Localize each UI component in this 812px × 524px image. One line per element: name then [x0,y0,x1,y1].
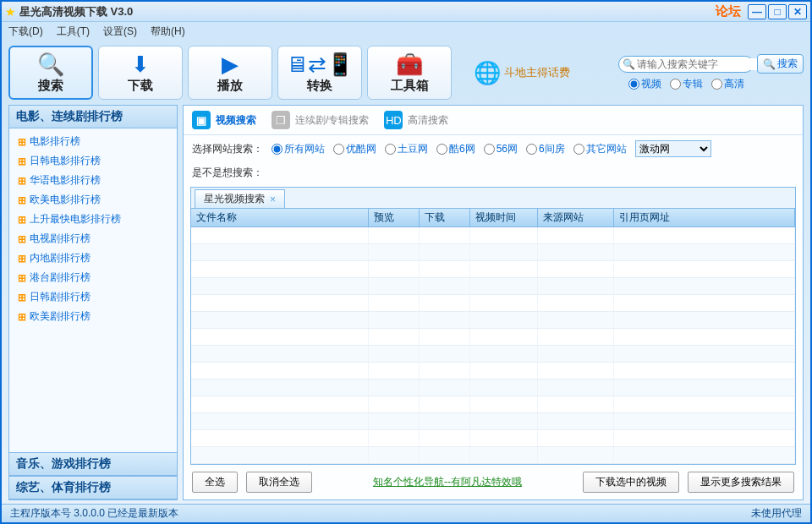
tab-hd-search[interactable]: HD 高清搜索 [384,111,448,129]
expand-icon: ⊞ [18,136,26,148]
sidebar-item-0[interactable]: ⊞电影排行榜 [9,132,177,151]
col-filename[interactable]: 文件名称 [191,209,369,227]
table-row[interactable] [191,227,795,244]
search-input-wrap[interactable]: 🔍 ▾ [618,56,754,73]
tab-series-label: 连续剧/专辑搜索 [295,113,369,128]
sidebar-item-7[interactable]: ⊞港台剧排行榜 [9,268,177,287]
maximize-button[interactable]: □ [768,4,787,19]
menu-help[interactable]: 帮助(H) [151,25,185,39]
promo-text: 斗地主得话费 [504,65,570,80]
toolbar-search-button[interactable]: 🔍 搜索 [8,46,93,100]
table-row[interactable] [191,244,795,261]
toolbar-convert-label: 转换 [307,78,332,94]
sidebar-header-movies[interactable]: 电影、连续剧排行榜 [9,106,177,128]
deselect-all-button[interactable]: 取消全选 [246,472,312,493]
forum-link[interactable]: 论坛 [716,3,741,19]
sidebar-header-music[interactable]: 音乐、游戏排行榜 [9,452,177,476]
table-row[interactable] [191,430,795,447]
toolbar-play-button[interactable]: ▶ 播放 [188,46,272,100]
expand-icon: ⊞ [18,194,26,206]
table-row[interactable] [191,278,795,295]
site-56[interactable]: 56网 [484,142,518,156]
convert-icon: 🖥⇄📱 [286,52,354,78]
sidebar-item-8[interactable]: ⊞日韩剧排行榜 [9,287,177,307]
site-tudou[interactable]: 土豆网 [385,142,428,156]
col-source[interactable]: 来源网站 [538,209,614,227]
table-row[interactable] [191,295,795,312]
sidebar-item-3[interactable]: ⊞欧美电影排行榜 [9,190,177,210]
tab-video-search[interactable]: ▣ 视频搜索 [192,111,256,129]
sidebar-header-variety[interactable]: 综艺、体育排行榜 [9,476,177,499]
radio-album[interactable]: 专辑 [670,77,703,91]
download-selected-button[interactable]: 下载选中的视频 [583,472,679,493]
sidebar-list: ⊞电影排行榜⊞日韩电影排行榜⊞华语电影排行榜⊞欧美电影排行榜⊞上升最快电影排行榜… [9,128,177,452]
toolbar-convert-button[interactable]: 🖥⇄📱 转换 [277,46,362,100]
toolbar: 🔍 搜索 ⬇ 下载 ▶ 播放 🖥⇄📱 转换 🧰 工具箱 🌐 斗地主得话费 🔍 [2,41,810,105]
promo-nav-link[interactable]: 知名个性化导航--有阿凡达特效哦 [321,475,574,489]
more-results-button[interactable]: 显示更多搜索结果 [688,472,794,493]
table-row[interactable] [191,261,795,278]
results-grid: 星光视频搜索 × 文件名称 预览 下载 视频时间 来源网站 引用页网址 [190,187,796,465]
table-row[interactable] [191,312,795,329]
tab-series-search[interactable]: ❐ 连续剧/专辑搜索 [272,111,369,129]
col-preview[interactable]: 预览 [369,209,420,227]
toolbar-toolbox-button[interactable]: 🧰 工具箱 [367,46,452,100]
site-filter-row: 选择网站搜索： 所有网站 优酷网 土豆网 酷6网 56网 6间房 其它网站 激动… [184,135,803,162]
site-youku[interactable]: 优酷网 [333,142,376,156]
radio-hd[interactable]: 高清 [711,77,744,91]
bottom-button-row: 全选 取消全选 知名个性化导航--有阿凡达特效哦 下载选中的视频 显示更多搜索结… [184,465,803,499]
sidebar-item-6[interactable]: ⊞内地剧排行榜 [9,248,177,268]
site-other[interactable]: 其它网站 [573,142,627,156]
promo-link[interactable]: 🌐 斗地主得话费 [474,60,570,86]
grid-tab-active[interactable]: 星光视频搜索 × [195,189,285,208]
titlebar: ★ 星光高清视频下载 V3.0 论坛 — □ ✕ [2,2,810,22]
main-tabs: ▣ 视频搜索 ❐ 连续剧/专辑搜索 HD 高清搜索 [184,106,803,135]
sidebar-item-4[interactable]: ⊞上升最快电影排行榜 [9,210,177,229]
search-input-icon: 🔍 [623,58,635,70]
site-ku6[interactable]: 酷6网 [436,142,475,156]
col-download[interactable]: 下载 [420,209,470,227]
col-refer[interactable]: 引用页网址 [614,209,795,227]
search-button[interactable]: 🔍 搜索 [757,54,804,74]
sidebar-item-2[interactable]: ⊞华语电影排行榜 [9,171,177,190]
grid-body [191,227,795,464]
site-other-select[interactable]: 激动网 [635,140,711,157]
toolbar-download-button[interactable]: ⬇ 下载 [98,46,183,100]
sidebar-item-5[interactable]: ⊞电视剧排行榜 [9,229,177,248]
hd-tab-icon: HD [384,111,403,129]
grid-header: 文件名称 预览 下载 视频时间 来源网站 引用页网址 [191,209,795,227]
select-all-button[interactable]: 全选 [192,472,238,493]
play-icon: ▶ [222,52,239,78]
table-row[interactable] [191,329,795,346]
search-button-label: 搜索 [777,57,798,71]
sidebar: 电影、连续剧排行榜 ⊞电影排行榜⊞日韩电影排行榜⊞华语电影排行榜⊞欧美电影排行榜… [8,105,178,500]
sidebar-item-1[interactable]: ⊞日韩电影排行榜 [9,151,177,171]
table-row[interactable] [191,379,795,396]
menu-download[interactable]: 下载(D) [8,25,43,39]
filter-label: 选择网站搜索： [192,142,263,156]
grid-tab-close-icon[interactable]: × [270,194,276,205]
window-title: 星光高清视频下载 V3.0 [19,4,133,19]
col-time[interactable]: 视频时间 [470,209,538,227]
expand-icon: ⊞ [18,233,26,245]
table-row[interactable] [191,447,795,464]
toolbox-icon: 🧰 [396,52,423,78]
search-button-icon: 🔍 [763,58,776,70]
menu-settings[interactable]: 设置(S) [103,25,137,39]
site-all[interactable]: 所有网站 [272,142,325,156]
close-button[interactable]: ✕ [788,4,807,19]
suggest-label: 是不是想搜索： [192,166,263,178]
search-input[interactable] [637,58,764,70]
site-6room[interactable]: 6间房 [526,142,565,156]
table-row[interactable] [191,396,795,413]
expand-icon: ⊞ [18,253,26,265]
table-row[interactable] [191,413,795,430]
expand-icon: ⊞ [18,292,26,303]
minimize-button[interactable]: — [748,4,766,19]
table-row[interactable] [191,346,795,363]
menu-tools[interactable]: 工具(T) [57,25,90,39]
table-row[interactable] [191,363,795,379]
grid-tab-label: 星光视频搜索 [204,192,265,206]
radio-video[interactable]: 视频 [628,77,661,91]
sidebar-item-9[interactable]: ⊞欧美剧排行榜 [9,307,177,326]
